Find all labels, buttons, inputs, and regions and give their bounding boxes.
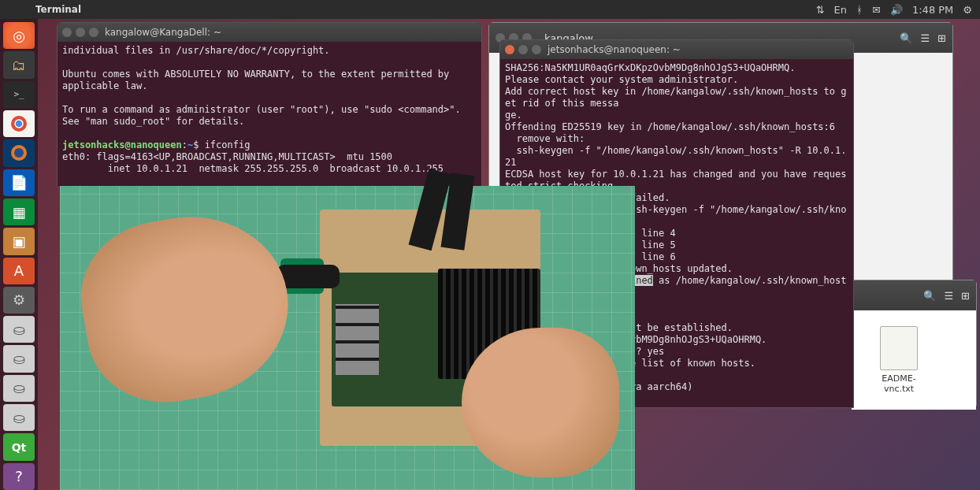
window-titlebar[interactable]: jetsonhacks@nanoqueen: ~ (500, 40, 853, 59)
text-file-icon (880, 326, 918, 370)
hand-left (69, 201, 303, 415)
launcher-impress[interactable]: ▣ (3, 228, 35, 254)
launcher-calc[interactable]: ▦ (3, 199, 35, 225)
folder-icon: 🗂 (12, 57, 26, 73)
launcher-dock: ◎ 🗂 >_ 📄 ▦ ▣ A ⚙ ⛀ ⛀ ⛀ ⛀ Qt ? (0, 19, 38, 490)
document-icon: 📄 (10, 174, 28, 191)
close-button[interactable] (505, 45, 514, 54)
list-view-icon[interactable]: ☰ (920, 32, 930, 44)
launcher-chrome[interactable] (3, 110, 35, 137)
spreadsheet-icon: ▦ (12, 204, 25, 221)
terminal-icon: >_ (13, 89, 24, 99)
software-icon: A (14, 262, 24, 279)
launcher-settings[interactable]: ⚙ (3, 287, 35, 314)
file-name: EADME-vnc.txt (867, 373, 930, 394)
close-button[interactable] (62, 28, 72, 37)
terminal-window-left[interactable]: kangalow@KangaDell: ~ individual files i… (57, 22, 482, 187)
launcher-help[interactable]: ? (3, 463, 35, 490)
bluetooth-icon[interactable]: ᚼ (856, 4, 863, 16)
launcher-files[interactable]: 🗂 (3, 51, 35, 78)
hand-right (462, 328, 619, 477)
clock[interactable]: 1:48 PM (912, 4, 953, 16)
presentation-icon: ▣ (12, 233, 25, 250)
launcher-terminal[interactable]: >_ (3, 81, 35, 108)
search-icon[interactable]: 🔍 (900, 32, 912, 44)
list-view-icon[interactable]: ☰ (944, 290, 953, 302)
file-item[interactable]: EADME-vnc.txt (867, 326, 930, 394)
disk-icon: ⛀ (13, 351, 24, 367)
top-menu-bar: Terminal ⇅ En ᚼ ✉ 🔊 1:48 PM ⚙ (0, 0, 980, 19)
window-titlebar[interactable]: kangalow@KangaDell: ~ (58, 23, 481, 42)
file-manager-window-2[interactable]: 🔍 ☰ ⊞ EADME-vnc.txt (851, 280, 977, 406)
launcher-disk-1[interactable]: ⛀ (3, 316, 35, 343)
launcher-software[interactable]: A (3, 258, 35, 284)
grid-view-icon[interactable]: ⊞ (937, 32, 946, 44)
qt-icon: Qt (12, 441, 27, 454)
mail-icon[interactable]: ✉ (872, 4, 881, 16)
volume-icon[interactable]: 🔊 (890, 4, 903, 16)
chrome-icon (10, 115, 28, 132)
disk-icon: ⛀ (13, 380, 24, 396)
maximize-button[interactable] (532, 45, 541, 54)
launcher-dash[interactable]: ◎ (3, 22, 35, 49)
file-manager-content[interactable]: EADME-vnc.txt (852, 310, 976, 410)
help-icon: ? (15, 468, 23, 484)
prompt-user: jetsonhacks@nanoqueen (62, 139, 182, 150)
network-icon[interactable]: ⇅ (816, 4, 825, 16)
window-title: kangalow@KangaDell: ~ (105, 27, 221, 38)
terminal-content[interactable]: individual files in /usr/share/doc/*/cop… (58, 42, 481, 178)
minimize-button[interactable] (518, 45, 528, 54)
svg-point-4 (14, 148, 24, 158)
window-title: jetsonhacks@nanoqueen: ~ (548, 44, 681, 55)
prompt-path: ~ (187, 139, 193, 150)
launcher-qt[interactable]: Qt (3, 433, 35, 460)
disk-icon: ⛀ (13, 321, 24, 338)
minimize-button[interactable] (76, 28, 85, 37)
launcher-disk-2[interactable]: ⛀ (3, 345, 35, 372)
hardware-photo-overlay (60, 186, 635, 490)
launcher-firefox[interactable] (3, 139, 35, 166)
power-cable (277, 265, 340, 288)
active-app-label: Terminal (0, 4, 81, 15)
language-indicator[interactable]: En (834, 4, 847, 16)
usb-ports (336, 304, 379, 375)
grid-view-icon[interactable]: ⊞ (961, 290, 970, 302)
firefox-icon (10, 144, 28, 161)
maximize-button[interactable] (89, 28, 98, 37)
launcher-writer[interactable]: 📄 (3, 169, 35, 196)
disk-icon: ⛀ (13, 410, 24, 426)
launcher-disk-4[interactable]: ⛀ (3, 404, 35, 431)
file-manager-toolbar: 🔍 ☰ ⊞ (852, 280, 976, 310)
search-icon[interactable]: 🔍 (923, 290, 936, 302)
launcher-disk-3[interactable]: ⛀ (3, 375, 35, 402)
settings-icon: ⚙ (13, 291, 25, 308)
gear-icon[interactable]: ⚙ (963, 4, 972, 16)
ubuntu-logo-icon: ◎ (13, 28, 25, 44)
prompt-command: ifconfig (205, 139, 251, 150)
